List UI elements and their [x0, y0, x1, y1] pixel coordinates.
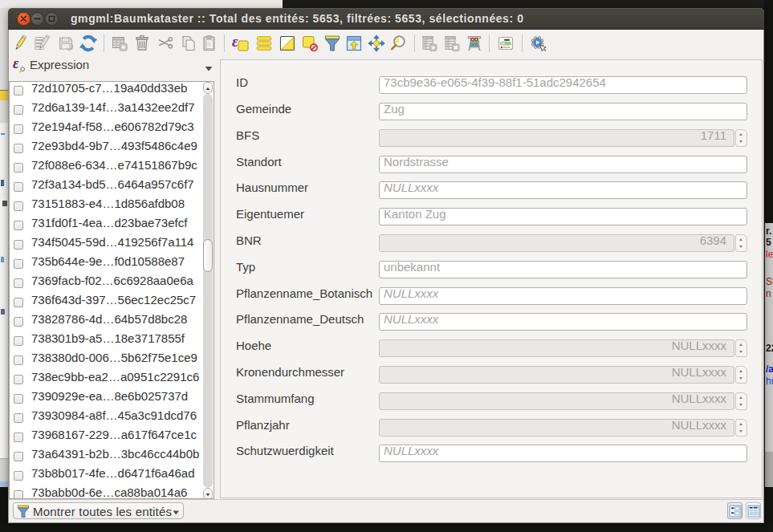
svg-text:ε: ε [13, 56, 19, 71]
svg-text:ε: ε [232, 34, 238, 50]
